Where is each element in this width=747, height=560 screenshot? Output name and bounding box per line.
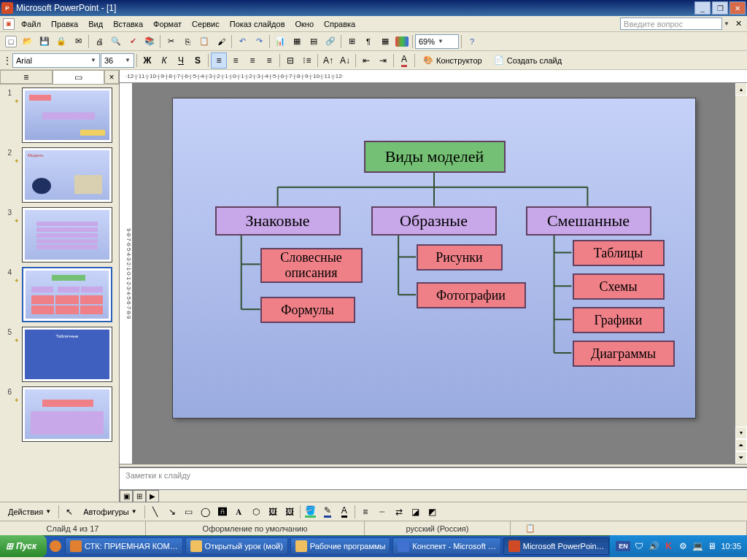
slideshow-view-button[interactable]: ▶: [146, 490, 159, 502]
grid-button[interactable]: ▦: [377, 34, 393, 50]
scroll-up-button[interactable]: ▴: [735, 83, 747, 96]
wordart-button[interactable]: 𝐀: [231, 504, 247, 520]
table-button[interactable]: ▦: [289, 34, 305, 50]
taskbar-item-1[interactable]: СТК: ПРИЕМНАЯ КОМ…: [65, 537, 183, 555]
underline-button[interactable]: Ч: [173, 52, 189, 69]
menu-format[interactable]: Формат: [148, 18, 187, 31]
node-l2a[interactable]: Рисунки: [417, 244, 503, 271]
node-l3b[interactable]: Схемы: [573, 273, 665, 300]
email-button[interactable]: ✉: [70, 34, 86, 50]
textbox-button[interactable]: 🅰: [214, 504, 231, 520]
shadow-button[interactable]: S: [190, 52, 206, 69]
research-button[interactable]: 📚: [142, 34, 158, 50]
node-c2[interactable]: Образные: [371, 206, 497, 236]
menu-slideshow[interactable]: Показ слайдов: [225, 18, 290, 31]
question-input[interactable]: Введите вопрос: [620, 18, 722, 30]
node-root[interactable]: Виды моделей: [364, 141, 506, 173]
node-l1b[interactable]: Формулы: [260, 297, 355, 323]
menu-edit[interactable]: Правка: [46, 18, 83, 31]
clipart-button[interactable]: 🖼: [265, 504, 281, 520]
taskbar-item-2[interactable]: Открытый урок (мой): [185, 537, 288, 555]
redo-button[interactable]: ↷: [251, 34, 267, 50]
node-l1a[interactable]: Словесные описания: [260, 248, 363, 283]
hyperlink-button[interactable]: 🔗: [322, 34, 338, 50]
node-c1[interactable]: Знаковые: [215, 206, 341, 236]
preview-button[interactable]: 🔍: [108, 34, 124, 50]
node-l2b[interactable]: Фотографии: [417, 282, 526, 308]
decrease-font-button[interactable]: A↓: [337, 52, 353, 69]
node-l3a[interactable]: Таблицы: [573, 240, 665, 266]
arrow-style-button[interactable]: ⇄: [391, 504, 407, 520]
expand-all-button[interactable]: ⊞: [344, 34, 360, 50]
next-slide-button[interactable]: ⏷: [735, 451, 747, 464]
select-objects-button[interactable]: ↖: [61, 504, 77, 520]
copy-button[interactable]: ⎘: [179, 34, 196, 50]
new-slide-button[interactable]: 📄Создать слайд: [488, 52, 567, 69]
color-button[interactable]: [394, 34, 410, 50]
tray-icon-k[interactable]: K: [662, 540, 674, 552]
vertical-scrollbar[interactable]: ▴ ▾ ⏶ ⏷: [735, 83, 747, 464]
italic-button[interactable]: К: [156, 52, 172, 69]
toolbar-grip[interactable]: ⋮: [3, 52, 12, 69]
thumbnail-1[interactable]: [22, 88, 112, 143]
thumbnail-4[interactable]: [22, 267, 112, 322]
numbered-list-button[interactable]: ⊟: [282, 52, 298, 69]
minimize-button[interactable]: _: [694, 1, 711, 15]
new-button[interactable]: □: [3, 34, 19, 50]
status-clipboard-icon[interactable]: 📋: [525, 524, 535, 533]
align-right-button[interactable]: ≡: [244, 52, 260, 69]
font-color-draw-button[interactable]: A: [336, 504, 352, 520]
diagram-button[interactable]: ⬡: [248, 504, 264, 520]
save-button[interactable]: 💾: [36, 34, 53, 50]
taskbar-item-5[interactable]: Microsoft PowerPoin…: [503, 537, 610, 555]
slide-stage[interactable]: Виды моделей Знаковые Образные Смешанные…: [133, 83, 735, 464]
show-formatting-button[interactable]: ¶: [360, 34, 376, 50]
menu-view[interactable]: Вид: [83, 18, 108, 31]
question-dropdown[interactable]: ▼: [724, 20, 729, 27]
increase-indent-button[interactable]: ⇥: [375, 52, 391, 69]
align-justify-button[interactable]: ≡: [261, 52, 277, 69]
menu-help[interactable]: Справка: [319, 18, 360, 31]
scroll-down-button[interactable]: ▾: [735, 427, 747, 439]
oval-button[interactable]: ◯: [198, 504, 214, 520]
fill-color-button[interactable]: 🪣: [303, 504, 319, 520]
slides-tab[interactable]: ▭: [53, 70, 105, 84]
print-button[interactable]: 🖨: [91, 34, 107, 50]
picture-button[interactable]: 🖼: [282, 504, 298, 520]
panel-close[interactable]: ×: [104, 70, 119, 84]
thumbnail-3[interactable]: [22, 207, 112, 262]
dash-style-button[interactable]: ┈: [374, 504, 390, 520]
slide-canvas[interactable]: Виды моделей Знаковые Образные Смешанные…: [172, 98, 696, 419]
undo-button[interactable]: ↶: [234, 34, 250, 50]
menu-tools[interactable]: Сервис: [187, 18, 225, 31]
menu-window[interactable]: Окно: [290, 18, 320, 31]
thumbnail-5[interactable]: Табличные: [22, 327, 112, 382]
tray-icon-4[interactable]: 💻: [692, 540, 703, 552]
increase-font-button[interactable]: A↑: [320, 52, 336, 69]
actions-menu[interactable]: Действия▼: [3, 504, 56, 520]
format-painter-button[interactable]: 🖌: [213, 34, 229, 50]
bold-button[interactable]: Ж: [139, 52, 155, 69]
horizontal-scrollbar[interactable]: [159, 490, 747, 502]
line-button[interactable]: ╲: [147, 504, 163, 520]
taskbar-item-3[interactable]: Рабочие программы: [290, 537, 391, 555]
quicklaunch-firefox[interactable]: [48, 537, 63, 555]
chart-button[interactable]: 📊: [272, 34, 288, 50]
tray-icon-5[interactable]: 🖥: [706, 540, 718, 552]
thumbnail-2[interactable]: Moдель: [22, 147, 112, 203]
clock[interactable]: 10:35: [721, 542, 741, 551]
permission-button[interactable]: 🔒: [53, 34, 69, 50]
tables-borders-button[interactable]: ▤: [306, 34, 322, 50]
paste-button[interactable]: 📋: [196, 34, 212, 50]
close-button[interactable]: ✕: [729, 1, 746, 15]
menu-insert[interactable]: Вставка: [108, 18, 148, 31]
node-c3[interactable]: Смешанные: [526, 206, 651, 236]
tray-icon-1[interactable]: 🛡: [633, 540, 645, 552]
3d-style-button[interactable]: ◩: [425, 504, 441, 520]
document-icon[interactable]: ▣: [3, 18, 15, 30]
outline-tab[interactable]: ≡: [0, 70, 53, 84]
close-document-button[interactable]: ✕: [732, 19, 744, 29]
rectangle-button[interactable]: ▭: [181, 504, 197, 520]
font-combo[interactable]: Arial▼: [12, 53, 100, 68]
tray-icon-3[interactable]: ⚙: [677, 540, 689, 552]
